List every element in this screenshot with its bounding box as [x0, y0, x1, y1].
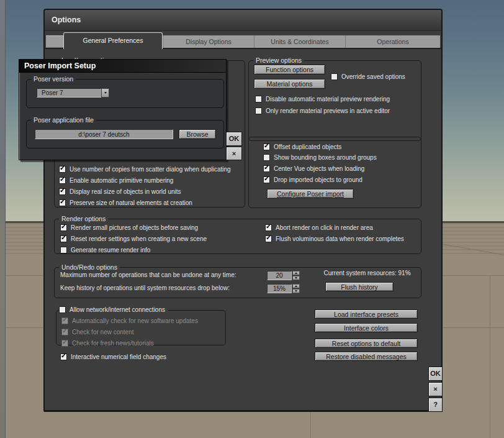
poser-dialog-title-bar[interactable]: Poser Import Setup	[19, 60, 226, 73]
checkbox-row[interactable]: Generate resume render info	[60, 246, 150, 254]
poser-dialog-window: Poser Import Setup Poser version Poser 7…	[19, 59, 227, 160]
dropdown-button[interactable]	[101, 88, 109, 98]
tab-general-preferences[interactable]: General Preferences	[63, 32, 163, 49]
load-interface-presets-button[interactable]: Load interface presets	[315, 309, 418, 319]
interface-colors-button[interactable]: Interface colors	[315, 323, 418, 332]
checkbox-label: Override saved options	[341, 73, 405, 80]
checkbox[interactable]	[60, 224, 67, 231]
checkbox-label: Enable automatic primitive numbering	[70, 177, 173, 184]
checkbox-row[interactable]: Flush voluminous data when render comple…	[265, 235, 404, 243]
checkbox-label: Disable automatic material preview rende…	[266, 96, 390, 103]
checkbox[interactable]	[265, 224, 272, 231]
up-arrow-icon	[295, 285, 297, 287]
checkbox-row[interactable]: Abort render on click in render area	[265, 224, 373, 232]
checkbox[interactable]	[263, 154, 270, 161]
checkbox-label: Preserve size of natural elements at cre…	[70, 199, 192, 206]
checkbox	[61, 329, 68, 335]
checkbox-label: Show bounding boxes around groups	[274, 154, 377, 161]
allow-network-checkbox-row[interactable]: Allow network/internet connections	[59, 306, 168, 314]
group-title: Preview options	[253, 57, 304, 65]
spinner-up[interactable]	[292, 284, 300, 288]
interactive-numeric-checkbox-row[interactable]: Interactive numerical field changes	[60, 353, 166, 361]
checkbox-label: Check for fresh news/tutorials	[72, 340, 154, 347]
checkbox[interactable]	[59, 188, 66, 195]
checkbox[interactable]	[59, 166, 66, 173]
checkbox-row[interactable]: Override saved options	[331, 73, 405, 81]
configure-poser-import-button[interactable]: Configure Poser import	[267, 189, 354, 199]
window-title-bar[interactable]: Options	[45, 10, 441, 31]
up-arrow-icon	[295, 272, 297, 274]
dropdown-value: Poser 7	[37, 88, 101, 98]
flush-history-button[interactable]: Flush history	[325, 282, 394, 291]
undo-max-spinner	[292, 271, 300, 280]
poser-ok-button[interactable]: OK	[226, 132, 242, 146]
group-title: Poser version	[31, 75, 76, 83]
tab-operations[interactable]: Operations	[345, 35, 440, 48]
checkbox[interactable]	[60, 235, 67, 242]
checkbox[interactable]	[60, 247, 67, 253]
down-arrow-icon	[295, 277, 297, 279]
checkbox-row[interactable]: Only render material previews in active …	[255, 107, 390, 115]
checkbox-row[interactable]: Drop imported objects to ground	[263, 176, 362, 184]
spinner-down[interactable]	[292, 289, 300, 293]
checkbox-label: Generate resume render info	[71, 247, 150, 253]
checkbox-row[interactable]: Enable automatic primitive numbering	[59, 176, 173, 185]
checkbox[interactable]	[263, 165, 270, 172]
window-title: Options	[52, 16, 81, 24]
checkbox-label: Center Vue objects when loading	[274, 165, 364, 172]
spinner-up[interactable]	[292, 271, 300, 275]
undo-keep-field[interactable]: 15%	[267, 284, 292, 293]
checkbox-row[interactable]: Offset duplicated objects	[263, 143, 341, 151]
checkbox-label: Allow network/internet connections	[70, 306, 165, 313]
poser-application-file-field[interactable]: d:\poser 7 deutsch	[35, 129, 173, 139]
checkbox-label: Drop imported objects to ground	[274, 176, 362, 183]
ground-grid-line	[490, 276, 490, 438]
checkbox-row[interactable]: Render small pictures of objects before …	[60, 224, 198, 232]
checkbox-row[interactable]: Preserve size of natural elements at cre…	[59, 199, 192, 207]
undo-max-label: Maximum number of operations that can be…	[60, 271, 236, 278]
checkbox-label: Abort render on click in render area	[276, 224, 373, 231]
checkbox-row[interactable]: Display real size of objects in world un…	[59, 188, 181, 196]
checkbox[interactable]	[59, 199, 66, 206]
checkbox[interactable]	[255, 96, 262, 103]
checkbox-label: Interactive numerical field changes	[71, 354, 166, 360]
checkbox[interactable]	[263, 144, 270, 150]
restore-disabled-messages-button[interactable]: Restore disabled messages	[315, 352, 418, 361]
material-options-button[interactable]: Material options	[254, 79, 325, 89]
checkbox-label: Offset duplicated objects	[274, 144, 341, 150]
checkbox[interactable]	[255, 107, 262, 114]
checkbox-row[interactable]: Show bounding boxes around groups	[263, 153, 377, 162]
poser-version-dropdown[interactable]: Poser 7	[37, 88, 109, 98]
tab-display-options[interactable]: Display Options	[163, 35, 254, 48]
poser-close-button[interactable]: ×	[226, 147, 242, 160]
checkbox	[61, 317, 68, 324]
close-button[interactable]: ×	[428, 382, 443, 396]
checkbox-row: Check for fresh news/tutorials	[61, 339, 154, 347]
checkbox-label: Render small pictures of objects before …	[71, 224, 198, 231]
undo-max-field[interactable]: 20	[267, 271, 292, 280]
group-title: Undo/Redo options	[59, 263, 120, 271]
checkbox-label: Flush voluminous data when render comple…	[276, 235, 404, 242]
ok-button[interactable]: OK	[428, 367, 443, 381]
checkbox-row[interactable]: Use number of copies from scatter dialog…	[59, 165, 231, 173]
checkbox[interactable]	[265, 235, 272, 242]
reset-options-to-default-button[interactable]: Reset options to default	[315, 339, 418, 348]
function-options-button[interactable]: Function options	[254, 65, 325, 75]
poser-import-setup-dialog: Poser Import Setup Poser version Poser 7…	[19, 59, 245, 162]
spinner-down[interactable]	[292, 276, 300, 280]
checkbox-row[interactable]: Reset render settings when creating a ne…	[60, 235, 207, 243]
tab-units-coordinates[interactable]: Units & Coordinates	[254, 35, 345, 48]
checkbox[interactable]	[59, 306, 66, 313]
undo-keep-label: Keep history of operations until system …	[60, 285, 230, 291]
checkbox[interactable]	[59, 177, 66, 184]
checkbox[interactable]	[263, 176, 270, 183]
checkbox-label: Automatically check for new software upd…	[72, 317, 198, 324]
checkbox-row[interactable]: Center Vue objects when loading	[263, 165, 364, 173]
system-resources-text: Current system resources: 91%	[313, 270, 421, 276]
checkbox-row[interactable]: Disable automatic material preview rende…	[255, 95, 390, 103]
help-button[interactable]: ?	[428, 398, 443, 412]
left-panel-edge	[0, 0, 6, 438]
browse-button[interactable]: Browse	[179, 129, 216, 139]
checkbox[interactable]	[331, 73, 338, 80]
checkbox[interactable]	[60, 354, 67, 360]
